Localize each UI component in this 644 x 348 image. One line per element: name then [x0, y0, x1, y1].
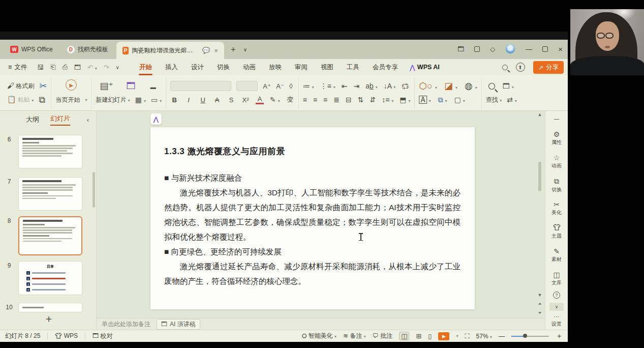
- shadow-button[interactable]: S: [227, 96, 235, 104]
- find-icon[interactable]: [488, 82, 495, 89]
- wps-theme-button[interactable]: WPS: [55, 332, 78, 340]
- sidebar-item-properties[interactable]: ⚙ 属性: [545, 130, 568, 146]
- font-size-input[interactable]: [236, 81, 258, 91]
- slide-paragraph-1[interactable]: 激光熔覆技术与机器人、3D打印、人工智能和数字孪生等技术结合，是未来的必然趋势。…: [164, 185, 461, 244]
- menu-tab-insert[interactable]: 插入: [159, 61, 185, 74]
- menu-tab-view[interactable]: 视图: [314, 61, 340, 74]
- search-icon[interactable]: [502, 65, 508, 70]
- sidebar-item-theme[interactable]: 主题: [545, 224, 568, 240]
- align-right-icon[interactable]: ≡: [323, 96, 327, 104]
- wps-ai-floating-icon[interactable]: ⋀: [150, 113, 162, 125]
- bold-button[interactable]: B: [170, 96, 178, 104]
- font-name-input[interactable]: [170, 81, 231, 91]
- new-tab-button[interactable]: ＋: [226, 42, 240, 57]
- paste-button[interactable]: 📋 粘贴 ▾: [7, 95, 34, 104]
- find-button[interactable]: 查找 ▾: [486, 96, 502, 104]
- new-slide-button[interactable]: 新建幻灯片 ▾: [96, 96, 130, 104]
- slide-thumbnail-9[interactable]: 目录 1 2 3 4: [18, 261, 82, 295]
- scroll-up-icon[interactable]: ▲: [537, 112, 543, 117]
- slide-thumbnail-10[interactable]: [18, 303, 82, 312]
- slide-paragraph-2[interactable]: 激光熔覆通过延长产品寿命、减少原材料开采和能源消耗，从根本上减少了工业废物的产生…: [164, 259, 461, 288]
- play-from-current-icon[interactable]: ▶: [66, 79, 77, 91]
- slide-bullet-2[interactable]: ■ 向更绿色、更经济的可持续发展: [164, 244, 461, 259]
- slide-layout-dropdown[interactable]: ▦ ▾: [135, 96, 146, 104]
- print-icon[interactable]: ⎙: [63, 63, 68, 71]
- save-icon[interactable]: 🖫: [37, 64, 44, 71]
- text-box-icon[interactable]: 🄰 ▾: [419, 96, 431, 104]
- workspace-icon[interactable]: [474, 46, 480, 52]
- 3d-mode-icon[interactable]: ◇: [490, 45, 495, 53]
- tab-slides[interactable]: 幻灯片: [50, 114, 70, 126]
- ai-speech-button[interactable]: 🗔 AI 演讲稿: [157, 319, 200, 330]
- scroll-down-icon[interactable]: ▼: [537, 293, 543, 298]
- menu-tab-tools[interactable]: 工具: [340, 61, 366, 74]
- slide-thumbnail-6[interactable]: [18, 135, 82, 168]
- previous-slide-icon[interactable]: ⏶: [537, 301, 543, 307]
- normal-view-icon[interactable]: ◫: [399, 332, 409, 340]
- tab-list-chevron[interactable]: ∨: [242, 42, 248, 57]
- menu-tab-wps-ai[interactable]: ⋀ WPS AI: [405, 64, 445, 71]
- text-align-vertical-icon[interactable]: ⬒ ▾: [400, 96, 410, 104]
- select-pane-icon[interactable]: 🗖 ▾: [503, 82, 514, 90]
- qat-chevron-icon[interactable]: ∨: [116, 65, 119, 70]
- zoom-slider[interactable]: [511, 336, 549, 337]
- char-spacing-icon[interactable]: ab̲ ▾: [365, 82, 377, 90]
- sidebar-item-library[interactable]: ◫ 文库: [545, 271, 568, 286]
- slide-editor[interactable]: 1.3.3 激光熔覆意义与应用前景 ■ 与新兴技术深度融合 激光熔覆技术与机器人…: [150, 127, 475, 309]
- proofread-button[interactable]: 🗔 校对: [93, 332, 112, 340]
- file-menu[interactable]: ≡ 文件: [4, 63, 31, 72]
- next-slide-icon[interactable]: ⏷: [537, 310, 543, 316]
- align-center-icon[interactable]: ≡: [313, 96, 317, 104]
- align-left-icon[interactable]: ≡: [303, 96, 307, 104]
- superscript-button[interactable]: X²: [241, 96, 250, 104]
- menu-tab-member[interactable]: 会员专享: [366, 61, 405, 74]
- comment-button[interactable]: 🗩 批注: [373, 332, 392, 340]
- picture-icon[interactable]: ◪ ▾: [444, 80, 457, 92]
- collapse-panel-icon[interactable]: ‹: [87, 116, 89, 124]
- sidebar-item-transition[interactable]: ⧉ 切换: [545, 177, 568, 193]
- canvas-scrollbar[interactable]: ▲ ▼ ⏶ ⏷: [537, 111, 543, 318]
- slide-section-dropdown[interactable]: ▭ ▾: [151, 96, 162, 104]
- add-slide-button[interactable]: ＋: [44, 312, 54, 326]
- text-effect-button[interactable]: 变: [286, 95, 294, 104]
- menu-tab-transition[interactable]: 切换: [210, 61, 236, 74]
- sidebar-item-settings[interactable]: ⋯ 设置: [545, 313, 568, 328]
- increase-indent-icon[interactable]: ⇥: [353, 82, 359, 90]
- restore-window-icon[interactable]: [542, 46, 548, 52]
- smart-beautify-button[interactable]: ⛭ 智能美化 ▾: [302, 332, 336, 340]
- slide-sorter-view-icon[interactable]: ⊞: [416, 332, 421, 340]
- menu-tab-animation[interactable]: 动画: [236, 61, 262, 74]
- italic-button[interactable]: I: [185, 96, 193, 104]
- close-tab-icon[interactable]: ×: [214, 47, 218, 54]
- sidebar-item-beautify[interactable]: ✂ 美化: [545, 200, 568, 216]
- share-button[interactable]: ↗ 分享: [533, 61, 564, 74]
- tab-docer-templates[interactable]: D 找稻壳模板: [61, 42, 114, 57]
- menu-tab-slideshow[interactable]: 放映: [262, 61, 288, 74]
- shapes-icon[interactable]: ⬡○ ▾: [419, 80, 437, 92]
- strikethrough-button[interactable]: A: [213, 96, 221, 104]
- undo-icon[interactable]: ↶ ▾: [87, 64, 97, 71]
- tab-wps-office[interactable]: W WPS Office: [4, 42, 59, 57]
- slideshow-play-button[interactable]: ▶: [438, 332, 449, 340]
- notes-toggle-button[interactable]: ≋ 备注 ▾: [343, 332, 366, 340]
- play-from-current-button[interactable]: 当页开始 ▾: [55, 93, 87, 106]
- zoom-slider-knob[interactable]: [523, 334, 527, 338]
- slide-thumbnail-8-selected[interactable]: [18, 216, 82, 255]
- redo-icon[interactable]: ↷: [104, 64, 109, 71]
- menu-tab-design[interactable]: 设计: [185, 61, 210, 74]
- decrease-font-icon[interactable]: A⁻: [276, 82, 284, 90]
- outline-color-icon[interactable]: ▢ ▾: [454, 96, 465, 104]
- new-slide-icon[interactable]: ▤⁺: [100, 80, 113, 92]
- fullscreen-icon[interactable]: ⛶: [465, 332, 470, 340]
- cloud-upload-icon[interactable]: ⬆: [516, 63, 525, 72]
- row-spacing-icon[interactable]: ⇵: [370, 96, 376, 104]
- user-avatar[interactable]: [505, 44, 515, 54]
- font-color-button[interactable]: A: [256, 95, 264, 104]
- bullet-list-icon[interactable]: ≔ ▾: [303, 82, 314, 90]
- minimize-icon[interactable]: —: [526, 45, 532, 53]
- comment-bubble-icon[interactable]: 💬: [202, 47, 210, 54]
- close-window-icon[interactable]: ×: [558, 45, 563, 53]
- column-spacing-icon[interactable]: ⇅: [358, 96, 364, 104]
- output-icon[interactable]: ⎗: [50, 63, 55, 71]
- tab-current-document[interactable]: P 陶瓷颗粒增强激光熔覆金属基 💬 ×: [116, 42, 224, 59]
